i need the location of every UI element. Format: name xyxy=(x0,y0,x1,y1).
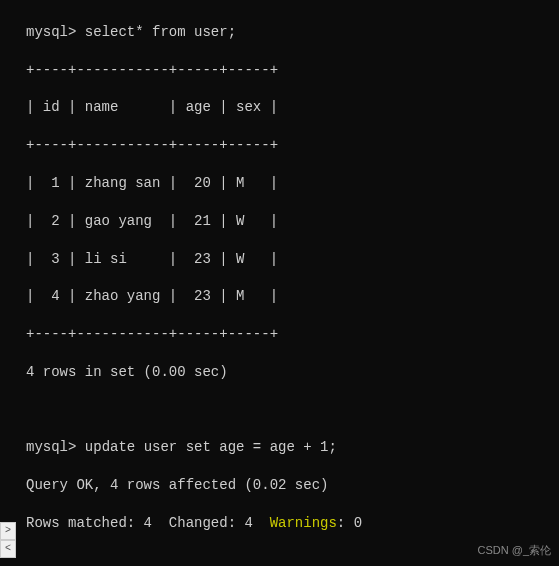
table-border: +----+-----------+-----+-----+ xyxy=(0,325,559,344)
table-border: +----+-----------+-----+-----+ xyxy=(0,136,559,155)
blank-line xyxy=(0,552,559,566)
sql-command: select* from user; xyxy=(85,24,236,40)
command-line: mysql> select* from user; xyxy=(0,23,559,42)
scroll-left-button[interactable]: < xyxy=(0,540,16,558)
warnings-label: Warnings xyxy=(270,515,337,531)
table-header: | id | name | age | sex | xyxy=(0,98,559,117)
scroll-right-button[interactable]: > xyxy=(0,522,16,540)
watermark: CSDN @_索伦 xyxy=(477,543,551,558)
prompt: mysql> xyxy=(26,24,76,40)
rows-matched: Rows matched: 4 Changed: 4 Warnings: 0 xyxy=(0,514,559,533)
table-row: | 1 | zhang san | 20 | M | xyxy=(0,174,559,193)
table-row: | 4 | zhao yang | 23 | M | xyxy=(0,287,559,306)
sql-command: update user set age = age + 1; xyxy=(85,439,337,455)
table-row: | 3 | li si | 23 | W | xyxy=(0,250,559,269)
terminal-output: mysql> select* from user; +----+--------… xyxy=(0,0,559,566)
table-border: +----+-----------+-----+-----+ xyxy=(0,61,559,80)
query-ok: Query OK, 4 rows affected (0.02 sec) xyxy=(0,476,559,495)
table-row: | 2 | gao yang | 21 | W | xyxy=(0,212,559,231)
blank-line xyxy=(0,401,559,420)
prompt: mysql> xyxy=(26,439,76,455)
result-footer: 4 rows in set (0.00 sec) xyxy=(0,363,559,382)
scroll-controls: > < xyxy=(0,522,16,558)
command-line: mysql> update user set age = age + 1; xyxy=(0,438,559,457)
